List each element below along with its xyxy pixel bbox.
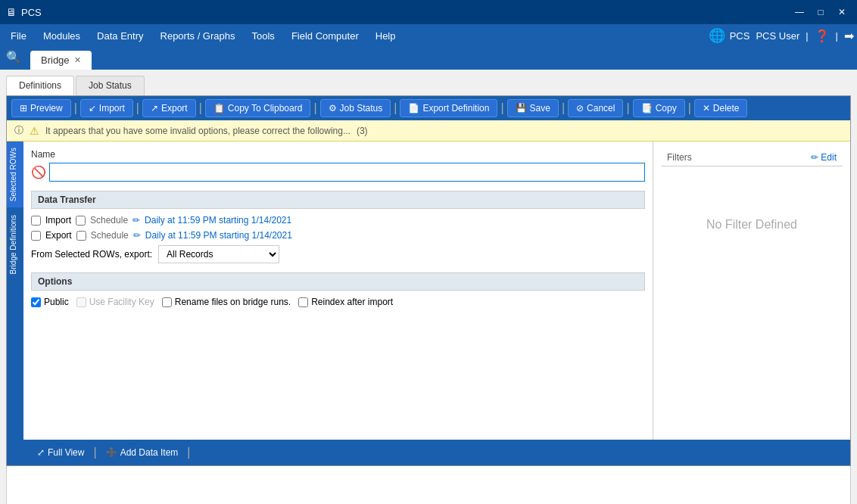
toolbar: ⊞ Preview | ↙ Import | ↗ Export | 📋 Copy…: [7, 96, 850, 120]
name-input[interactable]: [49, 163, 645, 182]
sep7: |: [562, 101, 565, 115]
from-select[interactable]: All Records Selected Records: [158, 245, 279, 263]
job-status-button[interactable]: ⚙ Job Status: [320, 99, 391, 117]
rename-files-checkbox[interactable]: [162, 297, 172, 307]
menu-right: 🌐 PCS PCS User | ❓ | ➡: [709, 27, 854, 44]
menu-modules[interactable]: Modules: [36, 27, 88, 45]
delete-icon: ✕: [703, 103, 710, 114]
export-schedule-label: Schedule: [91, 230, 129, 241]
export-schedule-checkbox[interactable]: [76, 231, 86, 241]
sep9: |: [688, 101, 691, 115]
preview-icon: ⊞: [20, 103, 27, 114]
menu-field-computer[interactable]: Field Computer: [284, 27, 366, 45]
export-schedule-text: Daily at 11:59 PM starting 1/14/2021: [145, 230, 292, 241]
sep2: |: [136, 101, 139, 115]
sub-tabs: Definitions Job Status: [6, 73, 851, 95]
use-facility-checkbox[interactable]: [76, 297, 86, 307]
full-view-icon: ⤢: [37, 447, 45, 458]
menu-file[interactable]: File: [3, 27, 34, 45]
title-bar: 🖥 PCS — □ ✕: [0, 0, 857, 24]
menu-reports-graphs[interactable]: Reports / Graphs: [153, 27, 243, 45]
data-transfer-section: Data Transfer Import Schedule ✏ Daily at…: [31, 191, 645, 263]
cancel-icon: ⊘: [576, 103, 584, 114]
menu-help[interactable]: Help: [368, 27, 404, 45]
save-button[interactable]: 💾 Save: [507, 99, 559, 117]
reindex-option: Reindex after import: [298, 297, 393, 307]
exportdef-icon: 📄: [408, 103, 419, 114]
export-edit-icon[interactable]: ✏: [133, 230, 141, 241]
edit-filter-button[interactable]: ✏ Edit: [811, 152, 837, 163]
export-button[interactable]: ↗ Export: [142, 99, 196, 117]
menu-tools[interactable]: Tools: [245, 27, 282, 45]
bridge-definitions-label[interactable]: Bridge Definitions: [7, 209, 23, 280]
title-bar-controls: — □ ✕: [790, 5, 851, 20]
name-label: Name: [31, 149, 645, 160]
app-logo-icon: 🖥: [6, 6, 17, 18]
pencil-icon: ✏: [811, 152, 818, 163]
add-data-item-button[interactable]: ➕ Add Data Item: [100, 444, 185, 461]
logout-icon[interactable]: ➡: [844, 29, 854, 43]
reindex-checkbox[interactable]: [298, 297, 308, 307]
warning-expand-icon[interactable]: ⓘ: [14, 124, 23, 137]
full-view-button[interactable]: ⤢ Full View: [31, 444, 90, 461]
import-checkbox[interactable]: [31, 216, 41, 226]
search-icon[interactable]: 🔍: [6, 50, 21, 64]
maximize-button[interactable]: □: [812, 5, 830, 20]
bridge-tab[interactable]: Bridge ✕: [30, 51, 92, 70]
preview-button[interactable]: ⊞ Preview: [11, 99, 71, 117]
save-icon: 💾: [516, 103, 527, 114]
close-button[interactable]: ✕: [833, 5, 851, 20]
warning-message: It appears that you have some invalid op…: [45, 126, 351, 136]
content-area: Definitions Job Status ⊞ Preview | ↙ Imp…: [0, 70, 857, 504]
tab-definitions[interactable]: Definitions: [6, 76, 74, 95]
delete-button[interactable]: ✕ Delete: [694, 99, 748, 117]
side-label-container: Selected ROWs Bridge Definitions Name 🚫: [7, 142, 850, 465]
app-name-label: PCS: [730, 30, 750, 42]
import-schedule-checkbox[interactable]: [76, 216, 86, 226]
copy-clipboard-button[interactable]: 📋 Copy To Clipboard: [205, 99, 311, 117]
copy-button[interactable]: 📑 Copy: [633, 99, 685, 117]
selected-rows-label[interactable]: Selected ROWs: [7, 142, 23, 207]
warning-bar: ⓘ ⚠ It appears that you have some invali…: [7, 120, 850, 142]
sep6: |: [500, 101, 503, 115]
import-button[interactable]: ↙ Import: [80, 99, 133, 117]
public-option: Public: [31, 297, 69, 307]
public-checkbox[interactable]: [31, 297, 41, 307]
separator1: |: [806, 30, 808, 42]
import-schedule-label: Schedule: [90, 215, 128, 226]
use-facility-option: Use Facility Key: [76, 297, 154, 307]
export-checkbox[interactable]: [31, 231, 41, 241]
sep3: |: [199, 101, 202, 115]
jobstatus-icon: ⚙: [329, 103, 337, 114]
warning-alert-icon: ⚠: [30, 125, 39, 137]
copy-icon: 📑: [641, 103, 653, 114]
main-panel: ⊞ Preview | ↙ Import | ↗ Export | 📋 Copy…: [6, 95, 851, 466]
form-panel: Name 🚫 Data Transfer Import: [23, 142, 653, 440]
help-icon[interactable]: ❓: [815, 29, 830, 43]
export-label: Export: [45, 230, 72, 241]
bottom-toolbar: ⤢ Full View | ➕ Add Data Item |: [23, 440, 850, 465]
import-edit-icon[interactable]: ✏: [132, 215, 140, 226]
filters-panel: Filters ✏ Edit No Filter Defined: [653, 142, 850, 440]
name-error-icon: 🚫: [31, 165, 46, 179]
rename-files-label: Rename files on bridge runs.: [175, 297, 291, 307]
tab-job-status[interactable]: Job Status: [76, 76, 145, 95]
from-row: From Selected ROWs, export: All Records …: [31, 245, 645, 263]
filters-header: Filters ✏ Edit: [661, 149, 843, 166]
import-row: Import Schedule ✏ Daily at 11:59 PM star…: [31, 215, 645, 226]
import-icon: ↙: [89, 103, 96, 114]
use-facility-label: Use Facility Key: [89, 297, 154, 307]
minimize-button[interactable]: —: [790, 5, 809, 20]
menu-data-entry[interactable]: Data Entry: [89, 27, 151, 45]
title-bar-left: 🖥 PCS: [6, 6, 42, 18]
export-definition-button[interactable]: 📄 Export Definition: [400, 99, 497, 117]
sep8: |: [626, 101, 629, 115]
options-header: Options: [31, 272, 645, 291]
menu-items: File Modules Data Entry Reports / Graphs…: [3, 27, 404, 45]
sep4: |: [313, 101, 316, 115]
sep1: |: [74, 101, 77, 115]
bridge-tab-close[interactable]: ✕: [74, 55, 81, 65]
cancel-button[interactable]: ⊘ Cancel: [568, 99, 623, 117]
bottom-sep: |: [93, 446, 96, 459]
add-icon: ➕: [106, 447, 117, 458]
